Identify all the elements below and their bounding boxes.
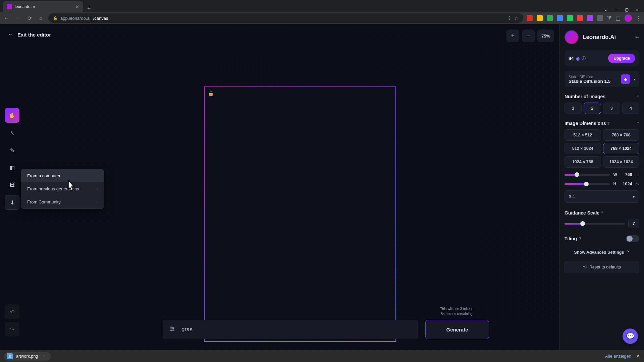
dimension-presets: 512 × 512 768 × 768 512 × 1024 768 × 102… [565, 129, 639, 168]
num-images-3[interactable]: 3 [603, 103, 620, 114]
generation-frame[interactable]: 🔓 [204, 86, 396, 342]
nav-back-button[interactable]: ← [3, 15, 11, 21]
window-controls: ⌄ — ▢ ✕ [599, 7, 644, 12]
extension-icon[interactable] [567, 15, 573, 21]
menu-item-label: From a computer [27, 173, 60, 178]
extensions-puzzle-icon[interactable]: ⧩ [607, 15, 611, 21]
url-bar[interactable]: 🔒 app.leonardo.ai/canvas ⇪ ☆ [48, 13, 523, 23]
menu-item-from-previous[interactable]: From previous generations › [21, 182, 104, 195]
file-image-icon: 🖼 [7, 353, 13, 359]
show-advanced-link[interactable]: Show Advanced Settings ⌃ [565, 250, 639, 255]
menu-item-from-computer[interactable]: From a computer › [21, 169, 104, 182]
zoom-in-button[interactable]: + [506, 29, 519, 42]
menu-item-label: From Community [27, 199, 61, 204]
collapse-panel-icon[interactable]: ⇤ [635, 35, 639, 40]
extension-icon[interactable] [597, 15, 603, 21]
browser-tab[interactable]: leonardo.ai ✕ [3, 1, 83, 12]
window-close-button[interactable]: ✕ [635, 7, 639, 12]
tab-favicon-icon [7, 4, 12, 9]
chevron-up-icon[interactable]: ⌃ [637, 95, 639, 99]
nav-reload-button[interactable]: ⟳ [25, 15, 34, 21]
share-icon[interactable]: ⇪ [507, 15, 512, 21]
width-label: W [613, 172, 618, 177]
height-slider[interactable] [565, 183, 610, 185]
tool-upload-image[interactable]: 🖼 [5, 178, 19, 192]
close-download-shelf-button[interactable]: ✕ [636, 354, 640, 359]
undo-redo-group: ↶ ↷ [5, 304, 19, 337]
generate-label: Generate [446, 327, 468, 333]
side-panel-icon[interactable]: ◫ [615, 15, 621, 21]
svg-point-5 [171, 330, 172, 331]
window-maximize-button[interactable]: ▢ [625, 7, 629, 12]
extension-icon[interactable] [557, 15, 563, 21]
num-images-1[interactable]: 1 [565, 103, 582, 114]
exit-editor-button[interactable]: ← Exit the editor [8, 32, 51, 38]
num-images-2[interactable]: 2 [584, 103, 601, 114]
nav-home-button[interactable]: ⌂ [37, 15, 45, 21]
width-slider[interactable] [565, 174, 610, 176]
height-slider-row: H 1024 px [565, 182, 639, 186]
prompt-settings-icon[interactable] [169, 326, 175, 333]
info-icon[interactable]: ? [601, 211, 603, 216]
chevron-down-icon[interactable]: ⌄ [604, 7, 607, 12]
num-images-4[interactable]: 4 [622, 103, 639, 114]
zoom-value[interactable]: 75% [537, 29, 554, 42]
tab-close-icon[interactable]: ✕ [75, 4, 79, 9]
brand-name: Leonardo.Ai [583, 34, 631, 41]
download-item[interactable]: 🖼 artwork.png ⌃ [4, 352, 51, 361]
upload-source-menu: From a computer › From previous generati… [21, 169, 104, 209]
brand-header: Leonardo.Ai ⇤ [565, 30, 639, 50]
image-icon: 🖼 [9, 182, 15, 188]
extension-icon[interactable] [547, 15, 553, 21]
dim-1024x1024[interactable]: 1024 × 1024 [603, 156, 640, 168]
tool-select[interactable]: ↖ [5, 125, 19, 140]
tiling-toggle[interactable] [626, 235, 639, 242]
browser-menu-icon[interactable]: ⋮ [636, 15, 641, 21]
bookmark-star-icon[interactable]: ☆ [514, 15, 519, 21]
dim-512x512[interactable]: 512 × 512 [565, 129, 601, 141]
prompt-input[interactable] [181, 326, 412, 333]
reset-defaults-button[interactable]: ⟲ Reset to defaults [565, 261, 639, 273]
info-icon[interactable]: ? [579, 236, 581, 241]
section-dimensions: Image Dimensions ? ⌃ [565, 121, 639, 126]
upgrade-button[interactable]: Upgrade [608, 54, 635, 63]
unlock-icon[interactable]: 🔓 [208, 90, 214, 96]
new-tab-button[interactable]: + [83, 5, 95, 12]
extension-icon[interactable] [527, 15, 533, 21]
tool-pan[interactable]: ✋ [5, 108, 19, 123]
generate-button[interactable]: Generate [425, 320, 489, 339]
ratio-value: 3:4 [569, 194, 575, 199]
chevron-up-icon[interactable]: ⌃ [43, 354, 46, 358]
hand-icon: ✋ [9, 112, 15, 119]
tool-erase[interactable]: ◧ [5, 160, 19, 175]
tiling-label: Tiling ? [565, 236, 581, 241]
extension-icon[interactable] [537, 15, 543, 21]
dim-768x1024[interactable]: 768 × 1024 [603, 143, 640, 154]
guidance-slider[interactable] [565, 223, 625, 225]
redo-button[interactable]: ↷ [5, 322, 19, 337]
dim-1024x768[interactable]: 1024 × 768 [565, 156, 601, 168]
profile-avatar-icon[interactable] [625, 14, 632, 22]
undo-button[interactable]: ↶ [5, 304, 19, 319]
show-all-downloads-link[interactable]: Alle anzeigen [605, 354, 631, 359]
model-selector[interactable]: Stable Diffusion Stable Diffusion 1.5 ◆ … [565, 71, 639, 87]
tab-title: leonardo.ai [15, 4, 35, 9]
chevron-up-icon[interactable]: ⌃ [637, 122, 639, 125]
cursor-icon: ↖ [10, 130, 14, 136]
window-minimize-button[interactable]: — [614, 7, 618, 12]
tool-draw[interactable]: ✎ [5, 143, 19, 158]
dim-768x768[interactable]: 768 × 768 [603, 129, 640, 141]
info-icon[interactable]: ? [607, 121, 610, 126]
chat-support-button[interactable]: 💬 [623, 328, 638, 344]
aspect-ratio-select[interactable]: 3:4 ▾ [565, 190, 639, 203]
nav-forward-button[interactable]: → [14, 15, 22, 21]
info-icon[interactable]: ⓘ [582, 56, 586, 61]
download-icon: ⬇ [10, 199, 14, 206]
extension-icon[interactable] [587, 15, 593, 21]
menu-item-from-community[interactable]: From Community › [21, 195, 104, 208]
zoom-out-button[interactable]: − [522, 29, 535, 42]
tool-download[interactable]: ⬇ [5, 195, 19, 210]
dim-512x1024[interactable]: 512 × 1024 [565, 143, 601, 154]
extension-icon[interactable] [577, 15, 583, 21]
section-label: Number of Images [565, 94, 605, 99]
